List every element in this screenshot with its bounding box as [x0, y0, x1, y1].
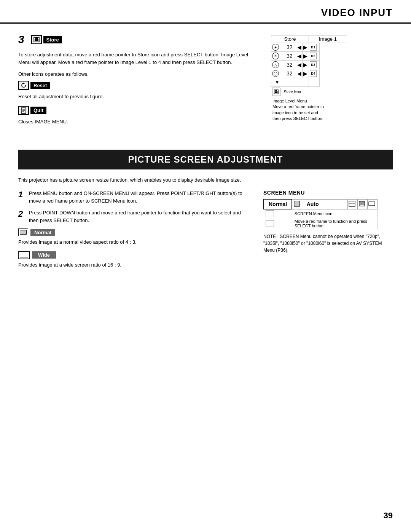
- page-number: 39: [384, 511, 393, 521]
- screen-menu-diagram: Normal Auto: [263, 199, 378, 229]
- reset-section: Reset Reset all adjustment to previous f…: [18, 81, 256, 101]
- row2-right-arrow[interactable]: ▶: [302, 52, 309, 61]
- svg-rect-12: [295, 202, 299, 206]
- wide-text: Provides image at a wide screen ratio of…: [18, 261, 248, 269]
- step-1-text: Press MENU button and ON-SCREEN MENU wil…: [29, 190, 248, 204]
- wide-icon: [18, 251, 30, 259]
- store-section: 3 Store To store adjustment data, move a…: [18, 24, 393, 138]
- psa-left: 1 Press MENU button and ON-SCREEN MENU w…: [18, 190, 248, 274]
- quit-label: Quit: [30, 107, 46, 114]
- row3-image-icon: D3: [310, 61, 317, 68]
- row3-left-icon: △: [272, 61, 279, 68]
- psa-header: PICTURE SCREEN ADJUSTMENT: [18, 150, 393, 169]
- svg-rect-17: [369, 202, 375, 206]
- image-level-diagram: Store Image 1 ● 32 ◀: [271, 35, 347, 122]
- step-3-number: 3: [18, 34, 24, 46]
- image-level-note: Image Level Menu Move a red frame pointe…: [272, 98, 347, 122]
- quit-icon: [18, 106, 29, 115]
- svg-rect-9: [275, 91, 277, 93]
- svg-rect-16: [360, 202, 364, 205]
- row4-image-icon: D4: [310, 70, 317, 77]
- step-2-number: 2: [18, 209, 26, 224]
- row2-left-icon: ☀: [272, 53, 279, 59]
- menu-icon-2: [348, 199, 358, 209]
- menu-small-icon-2: [264, 218, 292, 229]
- row4-right-arrow[interactable]: ▶: [302, 69, 309, 78]
- row1-value: 32: [283, 43, 296, 52]
- screen-menu-note1: SCREEN Menu icon: [292, 209, 377, 218]
- svg-rect-1: [35, 39, 38, 41]
- svg-rect-10: [275, 90, 277, 91]
- wide-label: Wide: [32, 251, 56, 259]
- row5-image-icon: [310, 79, 317, 86]
- row4-left-arrow[interactable]: ◀: [296, 69, 303, 78]
- row1-left-icon: ●: [272, 44, 279, 51]
- store-left: 3 Store To store adjustment data, move a…: [18, 35, 256, 131]
- row2-image-icon: D2: [310, 53, 317, 59]
- reset-icon: [18, 81, 29, 90]
- svg-rect-2: [35, 37, 38, 39]
- down-arrow-icon: ▼: [272, 80, 282, 85]
- store-icon-row: Store: [31, 35, 62, 44]
- store-right: Store Image 1 ● 32 ◀: [271, 35, 393, 131]
- normal-icon: [18, 228, 28, 236]
- row3-value: 32: [283, 61, 296, 69]
- store-icon: [31, 35, 42, 44]
- quit-section: Quit Closes IMAGE MENU.: [18, 106, 256, 126]
- quit-icon-row: Quit: [18, 106, 256, 115]
- screen-menu-label: SCREEN MENU: [263, 190, 393, 196]
- step-1-number: 1: [18, 190, 26, 204]
- row1-left-arrow[interactable]: ◀: [296, 43, 303, 52]
- row1-right-arrow[interactable]: ▶: [302, 43, 309, 52]
- screen-menu-note2: Move a red frame to function and press S…: [292, 218, 377, 229]
- row4-value: 32: [283, 69, 296, 78]
- reset-text: Reset all adjustment to previous figure.: [18, 93, 256, 101]
- store-icon-note-cell: Store icon: [283, 87, 309, 97]
- page-title: VIDEO INPUT: [18, 7, 393, 19]
- step-1-row: 1 Press MENU button and ON-SCREEN MENU w…: [18, 190, 248, 204]
- step-2-row: 2 Press POINT DOWN button and move a red…: [18, 209, 248, 224]
- normal-menu-btn[interactable]: Normal: [264, 199, 292, 209]
- menu-icon-1: [292, 199, 302, 209]
- page-header: VIDEO INPUT: [0, 0, 411, 24]
- row2-left-arrow[interactable]: ◀: [296, 52, 303, 61]
- row2-value: 32: [283, 52, 296, 61]
- psa-content: 1 Press MENU button and ON-SCREEN MENU w…: [18, 190, 393, 274]
- screen-menu-note: NOTE : SCREEN Menu cannot be operated wh…: [263, 233, 393, 254]
- normal-text: Provides image at a normal video aspect …: [18, 238, 248, 246]
- menu-icon-4: [368, 199, 378, 209]
- reset-label: Reset: [30, 82, 50, 89]
- menu-small-icon-1: [264, 209, 292, 218]
- auto-menu-btn[interactable]: Auto: [302, 199, 347, 209]
- step-2-text: Press POINT DOWN button and move a red f…: [29, 209, 248, 224]
- psa-title: PICTURE SCREEN ADJUSTMENT: [128, 154, 283, 165]
- menu-icon-3: [358, 199, 368, 209]
- image-level-diagram-wrapper: Store Image 1 ● 32 ◀: [271, 35, 393, 122]
- psa-intro: This projector has a picture screen resi…: [18, 177, 393, 183]
- diagram-image-header: Image 1: [309, 35, 347, 43]
- store-description: To store adjustment data, move a red fra…: [18, 51, 256, 66]
- diagram-store-header: Store: [271, 35, 309, 43]
- row3-right-arrow[interactable]: ▶: [302, 61, 309, 69]
- wide-option-row: Wide: [18, 251, 248, 259]
- other-icons-text: Other icons operates as follows.: [18, 71, 256, 77]
- psa-right: SCREEN MENU Normal Auto: [263, 190, 393, 274]
- reset-icon-row: Reset: [18, 81, 256, 90]
- store-bottom-icon: [272, 88, 280, 96]
- row1-image-icon: D1: [310, 44, 317, 51]
- store-label: Store: [43, 36, 62, 43]
- row4-left-icon: ◯: [272, 70, 279, 77]
- normal-option-row: Normal: [18, 228, 248, 236]
- row3-left-arrow[interactable]: ◀: [296, 61, 303, 69]
- quit-text: Closes IMAGE MENU.: [18, 118, 256, 126]
- normal-label: Normal: [30, 229, 55, 236]
